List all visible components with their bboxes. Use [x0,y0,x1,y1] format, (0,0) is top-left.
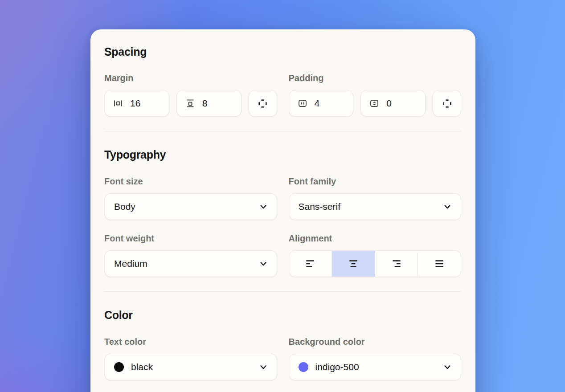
style-editor-panel: Spacing Margin 16 [90,29,475,392]
chevron-down-icon [258,362,268,372]
margin-horizontal-value: 16 [130,98,140,109]
background-color-field: Background color indigo-500 [289,337,462,380]
margin-vertical-input[interactable]: 8 [176,90,242,117]
chevron-down-icon [258,259,268,269]
align-left-button[interactable] [289,251,332,277]
margin-horizontal-icon [113,98,123,109]
section-divider [104,131,461,131]
align-center-icon [348,258,359,270]
align-justify-icon [434,258,445,270]
align-right-button[interactable] [375,251,418,277]
padding-individual-sides-button[interactable] [433,90,461,117]
font-weight-select[interactable]: Medium [104,250,277,277]
padding-vertical-icon [369,98,380,109]
padding-horizontal-icon [297,98,308,109]
align-center-button[interactable] [332,251,375,277]
font-size-value: Body [114,201,135,212]
padding-horizontal-value: 4 [315,98,320,109]
padding-label: Padding [289,73,462,83]
align-right-icon [391,258,402,270]
align-left-icon [304,258,316,270]
individual-sides-icon [257,98,268,109]
font-weight-value: Medium [114,258,147,269]
margin-vertical-value: 8 [202,98,208,109]
font-size-label: Font size [104,176,277,187]
individual-sides-icon [442,98,453,109]
background-color-label: Background color [289,337,462,347]
spacing-section-title: Spacing [104,45,461,58]
font-family-value: Sans-serif [299,201,341,212]
text-color-select[interactable]: black [104,354,277,380]
alignment-field: Alignment [289,233,462,277]
background-color-swatch [299,362,308,372]
font-family-label: Font family [289,176,462,187]
padding-horizontal-input[interactable]: 4 [289,90,354,117]
font-family-select[interactable]: Sans-serif [289,193,462,220]
margin-vertical-icon [185,98,196,109]
section-divider [104,291,461,292]
alignment-segmented-control [289,250,462,277]
color-section-title: Color [104,309,461,322]
padding-vertical-value: 0 [386,98,392,109]
chevron-down-icon [442,362,452,372]
font-weight-label: Font weight [104,233,277,244]
text-color-swatch [114,362,124,372]
padding-vertical-input[interactable]: 0 [360,90,426,117]
padding-field: Padding 4 [289,73,462,117]
font-size-field: Font size Body [104,176,277,220]
text-color-label: Text color [104,337,277,347]
margin-field: Margin 16 [104,73,277,117]
typography-section-title: Typography [104,148,461,161]
text-color-value: black [131,362,153,372]
margin-individual-sides-button[interactable] [249,90,277,117]
background-color-value: indigo-500 [315,362,359,372]
margin-horizontal-input[interactable]: 16 [104,90,169,117]
font-size-select[interactable]: Body [104,193,277,220]
font-weight-field: Font weight Medium [104,233,277,277]
font-family-field: Font family Sans-serif [289,176,462,220]
alignment-label: Alignment [289,233,462,244]
text-color-field: Text color black [104,337,277,380]
align-justify-button[interactable] [418,251,461,277]
chevron-down-icon [442,202,452,212]
chevron-down-icon [258,202,268,212]
background-color-select[interactable]: indigo-500 [289,354,462,380]
margin-label: Margin [104,73,277,83]
